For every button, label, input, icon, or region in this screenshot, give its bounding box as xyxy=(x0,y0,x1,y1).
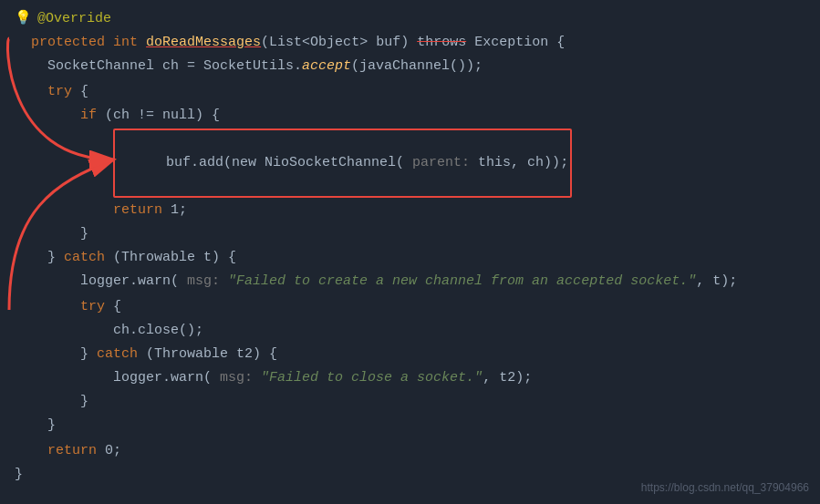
line-ch-close: ch.close(); xyxy=(0,319,820,343)
throws-keyword: throws xyxy=(417,32,466,54)
line-buf-add: buf.add(new NioSocketChannel( parent: th… xyxy=(0,128,820,199)
annotation: @Override xyxy=(37,8,111,30)
line-try1: try { xyxy=(0,80,820,104)
line-override: 💡@Override xyxy=(0,7,820,31)
line-logger-warn1: logger.warn( msg: "Failed to create a ne… xyxy=(0,270,820,293)
keyword-protected: protected xyxy=(31,32,105,54)
line-logger-warn2: logger.warn( msg: "Failed to close a soc… xyxy=(0,366,820,390)
line-method-sig: protected int doReadMessages(List<Object… xyxy=(0,31,820,55)
line-return0: return 0; xyxy=(0,439,820,463)
line-catch1: } catch (Throwable t) { xyxy=(0,246,820,270)
line-close-try: } xyxy=(0,414,820,437)
line-socket-channel: SocketChannel ch = SocketUtils.accept(ja… xyxy=(0,55,820,78)
line-return1: return 1; xyxy=(0,199,820,222)
line-close-catch2: } xyxy=(0,390,820,414)
bulb-icon: 💡 xyxy=(15,8,32,30)
keyword-int: int xyxy=(113,32,138,54)
highlighted-code-box: buf.add(new NioSocketChannel( parent: th… xyxy=(113,129,572,198)
line-catch2: } catch (Throwable t2) { xyxy=(0,343,820,366)
watermark: https://blog.csdn.net/qq_37904966 xyxy=(641,479,809,497)
method-name: doReadMessages xyxy=(146,32,261,54)
line-close-if: } xyxy=(0,222,820,246)
line-try2: try { xyxy=(0,295,820,319)
line-if: if (ch != null) { xyxy=(0,104,820,128)
code-editor: 💡@Override protected int doReadMessages(… xyxy=(0,0,820,494)
